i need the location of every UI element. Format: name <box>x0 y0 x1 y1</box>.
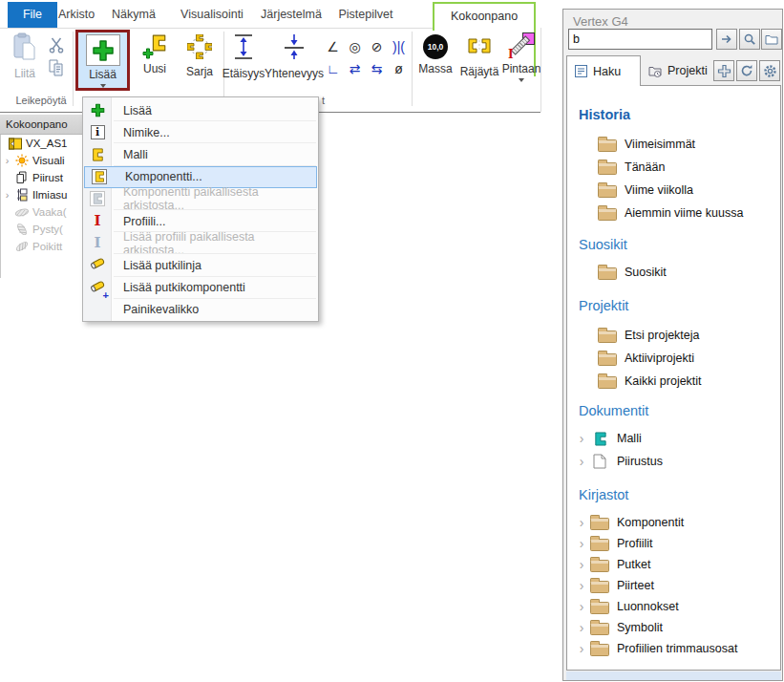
tab-file[interactable]: File <box>8 2 57 28</box>
tree-item-putket[interactable]: › Putket <box>567 554 780 575</box>
tangent-point-constraint-icon[interactable]: ø <box>388 57 410 79</box>
expand-chevron-icon[interactable]: › <box>575 642 588 655</box>
coincidence-constraint-button[interactable]: Yhtenevyys <box>267 32 321 80</box>
folder-icon <box>590 602 609 614</box>
tab-arkisto[interactable]: Arkisto <box>53 2 99 28</box>
paste-button[interactable]: Liitä <box>6 32 44 80</box>
folder-icon <box>590 623 609 635</box>
search-input[interactable] <box>568 29 712 50</box>
perpendicular-constraint-icon[interactable]: ∟ <box>322 57 344 79</box>
folder-icon <box>590 539 609 551</box>
menu-item-komponentti-paikallinen[interactable]: Komponentti paikallisesta arkistosta... <box>83 188 318 210</box>
tab-nakyma[interactable]: Näkymä <box>107 2 160 28</box>
tree-item-pysty[interactable]: Pysty( <box>1 221 82 238</box>
tree-item-profiilien-trimmausosat[interactable]: › Profiilien trimmausosat <box>567 638 780 659</box>
cut-button[interactable] <box>49 36 64 57</box>
expand-chevron-icon[interactable]: › <box>575 432 588 445</box>
tree-item-viime-viikolla[interactable]: Viime viikolla <box>567 180 780 201</box>
assembly-panel-header: Kokoonpano <box>0 115 82 135</box>
tree-item-assembly-root[interactable]: VX_AS1 <box>1 135 82 152</box>
refresh-button[interactable] <box>736 60 757 81</box>
tree-item-viimeisimmat[interactable]: Viimeisimmät <box>567 134 780 155</box>
folder-icon <box>598 208 617 221</box>
folder-icon <box>590 644 609 656</box>
expand-chevron-icon[interactable]: › <box>575 600 588 613</box>
menu-item-malli[interactable]: Malli <box>83 143 318 165</box>
tree-item-etsi-projekteja[interactable]: Etsi projekteja <box>567 325 780 346</box>
menu-item-nimike[interactable]: i Nimike... <box>83 121 318 143</box>
tree-item-malli[interactable]: › Malli <box>567 428 780 449</box>
tree-item-tanaan[interactable]: Tänään <box>567 157 780 178</box>
tree-item-vaaka[interactable]: Vaaka( <box>1 203 82 221</box>
tangent-constraint-icon[interactable]: ⊘ <box>366 35 388 57</box>
symmetry-constraint-icon[interactable]: )|( <box>388 35 410 57</box>
parallel-constraint-icon[interactable]: ⇄ <box>344 57 366 79</box>
expand-chevron-icon[interactable]: › <box>575 537 588 550</box>
component-local-archive-icon <box>83 191 112 206</box>
open-folder-button[interactable] <box>761 29 782 50</box>
copy-button[interactable] <box>49 59 64 80</box>
constraint-icon-grid: ∠ ◎ ⊘ )|( ∟ ⇄ ⇆ ø <box>322 35 410 79</box>
menu-item-putkikomponentti[interactable]: + Lisää putkikomponentti <box>83 277 318 299</box>
tree-item-profiilit[interactable]: › Profiilit <box>567 533 780 554</box>
scissors-icon <box>49 40 64 56</box>
add-button[interactable]: Lisää <box>75 30 130 91</box>
section-header-projektit: Projektit <box>579 298 628 313</box>
tree-item-symbolit[interactable]: › Symbolit <box>567 617 780 638</box>
search-button[interactable] <box>739 29 760 50</box>
tree-item-kaikki-projektit[interactable]: Kaikki projektit <box>567 371 780 392</box>
menu-item-profiili-paikallinen[interactable]: I Lisää profiili paikallisesta arkistost… <box>83 232 318 254</box>
expand-chevron-icon[interactable]: › <box>575 516 588 529</box>
tab-visualisointi[interactable]: Visualisointi <box>170 2 254 28</box>
expand-chevron-icon[interactable]: › <box>1 155 13 166</box>
tree-item-aiemmin-viime-kuussa[interactable]: Aiemmin viime kuussa <box>567 202 780 224</box>
section-header-suosikit: Suosikit <box>579 237 627 252</box>
tab-haku[interactable]: Haku <box>566 55 641 86</box>
menu-item-putkilinja[interactable]: Lisää putkilinja <box>83 254 318 276</box>
assembly-icon <box>7 137 24 151</box>
tree-item-ilmiasu[interactable]: › Ilmiasu <box>1 186 82 203</box>
expand-chevron-icon[interactable]: › <box>575 621 588 634</box>
expand-chevron-icon[interactable]: › <box>575 558 588 571</box>
menu-item-lisaa[interactable]: Lisää <box>83 99 318 121</box>
refresh-icon <box>740 64 753 77</box>
series-button[interactable]: Sarja <box>178 34 222 78</box>
clipboard-paste-icon <box>12 32 37 64</box>
equal-distance-constraint-icon[interactable]: ⇆ <box>366 57 388 79</box>
menu-item-komponentti[interactable]: Komponentti... <box>84 166 317 188</box>
distance-constraint-button[interactable]: Etäisyys <box>220 32 267 80</box>
angle-constraint-icon[interactable]: ∠ <box>322 35 344 57</box>
tree-item-poikittainen[interactable]: Poikitt <box>1 238 82 255</box>
tab-jarjestelma[interactable]: Järjestelmä <box>254 2 328 28</box>
ribbon-right-divider <box>540 28 541 112</box>
tab-projekti[interactable]: Projekti <box>641 55 721 86</box>
explode-button[interactable]: Räjäytä <box>457 34 501 78</box>
add-favorite-button[interactable] <box>713 60 734 81</box>
add-plus-icon <box>83 103 112 117</box>
tree-item-piirustus[interactable]: Piirust <box>1 169 82 186</box>
expand-chevron-icon[interactable]: › <box>1 189 13 201</box>
tree-item-aktiiviprojekti[interactable]: Aktiiviprojekti <box>567 348 780 369</box>
go-button[interactable] <box>716 29 737 50</box>
tree-item-visualisointi[interactable]: › Visuali <box>1 152 82 169</box>
tab-kokoonpano[interactable]: Kokoonpano <box>433 2 536 31</box>
expand-chevron-icon[interactable]: › <box>575 579 588 592</box>
tree-item-suosikit[interactable]: Suosikit <box>567 262 780 283</box>
tab-pistepilvet[interactable]: Pistepilvet <box>332 2 399 28</box>
new-button[interactable]: Uusi <box>134 34 176 75</box>
tree-item-piirteet[interactable]: › Piirteet <box>567 575 780 596</box>
mass-button[interactable]: 10,0 Massa <box>416 34 455 75</box>
tree-item-piirustus[interactable]: › Piirustus <box>567 451 780 472</box>
tree-item-komponentit[interactable]: › Komponentit <box>567 512 780 533</box>
settings-button[interactable] <box>759 60 780 81</box>
project-folder-clock-icon <box>648 65 662 77</box>
component-boxed-icon <box>85 169 114 184</box>
expand-chevron-icon[interactable]: › <box>575 455 588 468</box>
tree-item-luonnokset[interactable]: › Luonnokset <box>567 596 780 617</box>
concentric-constraint-icon[interactable]: ◎ <box>344 35 366 57</box>
menu-item-painikevalikko[interactable]: Painikevalikko <box>83 299 318 321</box>
menu-item-profiili[interactable]: I Profiili... <box>83 210 318 232</box>
drawing-page-icon <box>588 454 611 469</box>
to-surface-button[interactable]: I Pintaan <box>500 32 542 82</box>
panel-bottom-strip <box>566 671 781 680</box>
